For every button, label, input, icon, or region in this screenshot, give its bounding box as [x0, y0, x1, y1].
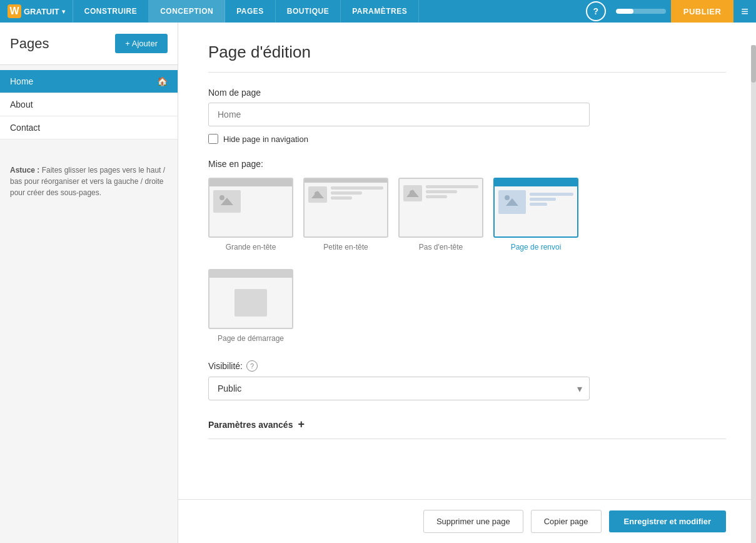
layout-options: Grande en-tête — [208, 178, 726, 251]
layout-card-no-header-img — [403, 185, 422, 201]
top-nav: W GRATUIT ▾ CONSTRUIRE CONCEPTION PAGES … — [0, 0, 756, 23]
page-item-home-label: Home — [10, 76, 33, 86]
layout-card-redirect — [493, 178, 578, 238]
layout-card-redirect-body — [495, 186, 577, 218]
line2 — [331, 191, 362, 195]
layout-card-redirect-header — [495, 179, 577, 186]
layout-card-grande-header — [209, 179, 292, 186]
layout-card-starter-rect — [234, 289, 267, 317]
line1 — [331, 186, 383, 190]
hide-nav-checkbox[interactable] — [208, 134, 218, 144]
layout-label-no-header: Pas d'en-tête — [419, 243, 463, 251]
delete-page-button[interactable]: Supprimer une page — [423, 510, 523, 533]
layout-card-grande — [208, 178, 293, 238]
logo-label: GRATUIT — [24, 7, 59, 16]
layout-card-redirect-lines — [530, 190, 573, 208]
layout-label-starter: Page de démarrage — [218, 334, 284, 343]
nav-item-boutique[interactable]: BOUTIQUE — [276, 0, 341, 23]
visibility-help-button[interactable]: ? — [246, 360, 258, 372]
layout-card-redirect-img — [498, 190, 526, 214]
copy-page-button[interactable]: Copier page — [531, 510, 602, 533]
layout-card-no-header — [398, 178, 483, 238]
nav-item-parametres[interactable]: PARAMÈTRES — [341, 0, 419, 23]
line1 — [426, 185, 478, 188]
layout-card-petite-lines — [331, 186, 383, 201]
layout-card-no-header-body — [400, 179, 482, 205]
line3 — [426, 195, 447, 198]
progress-bar-track — [616, 9, 666, 14]
save-button[interactable]: Enregistrer et modifier — [609, 510, 726, 532]
line2 — [426, 190, 457, 193]
page-item-about[interactable]: About — [0, 93, 178, 116]
logo-chevron: ▾ — [62, 8, 65, 15]
line1 — [530, 193, 573, 196]
advanced-params-label: Paramètres avancés — [208, 420, 293, 430]
layout-option-grande[interactable]: Grande en-tête — [208, 178, 293, 251]
line2 — [530, 198, 556, 201]
page-item-contact-label: Contact — [10, 123, 40, 133]
main-layout: Pages + Ajouter Home 🏠 About Contact Ast… — [0, 23, 756, 543]
tip-label: Astuce : — [10, 166, 39, 175]
page-item-home[interactable]: Home 🏠 — [0, 70, 178, 93]
visibility-section: Visibilité: ? Public Privé Protégé par m… — [208, 360, 726, 400]
nom-field-label: Nom de page — [208, 88, 726, 98]
hide-nav-label: Hide page in navigation — [223, 134, 308, 144]
content-area: Page d'édition Nom de page Hide page in … — [178, 23, 756, 499]
bottom-bar: Supprimer une page Copier page Enregistr… — [178, 499, 756, 543]
page-name-input[interactable] — [208, 103, 590, 126]
add-page-button[interactable]: + Ajouter — [115, 34, 168, 53]
hide-nav-row: Hide page in navigation — [208, 134, 726, 144]
layout-label-redirect: Page de renvoi — [511, 243, 562, 251]
home-icon: 🏠 — [157, 76, 168, 86]
content-inner: Page d'édition Nom de page Hide page in … — [178, 23, 756, 499]
advanced-params-toggle[interactable]: Paramètres avancés + — [208, 418, 726, 431]
page-item-contact[interactable]: Contact — [0, 116, 178, 140]
visibility-select[interactable]: Public Privé Protégé par mot de passe — [208, 377, 590, 400]
visibility-label-row: Visibilité: ? — [208, 360, 726, 372]
layout-option-redirect[interactable]: Page de renvoi — [493, 178, 578, 251]
layout-card-starter — [208, 269, 293, 329]
layout-option-petite[interactable]: Petite en-tête — [303, 178, 388, 251]
layout-option-starter[interactable]: Page de démarrage — [208, 269, 293, 343]
page-item-about-label: About — [10, 99, 33, 109]
layout-card-petite-img — [308, 186, 327, 203]
mise-en-page-label: Mise en page: — [208, 159, 726, 169]
sidebar-header: Pages + Ajouter — [0, 23, 178, 65]
hamburger-button[interactable]: ≡ — [733, 0, 756, 23]
layout-card-starter-body — [209, 278, 292, 328]
layout-card-grande-body — [209, 186, 292, 216]
title-divider — [208, 72, 726, 73]
page-title-heading: Page d'édition — [208, 43, 726, 62]
advanced-section: Paramètres avancés + — [208, 418, 726, 459]
layout-label-petite: Petite en-tête — [323, 243, 368, 251]
layout-card-starter-header — [209, 270, 292, 278]
nav-item-pages[interactable]: PAGES — [225, 0, 276, 23]
advanced-divider — [208, 439, 726, 439]
nav-item-conception[interactable]: CONCEPTION — [149, 0, 225, 23]
layout-option-no-header[interactable]: Pas d'en-tête — [398, 178, 483, 251]
scrollbar-track — [751, 45, 756, 543]
logo[interactable]: W GRATUIT ▾ — [0, 0, 73, 23]
layout-options-row2: Page de démarrage — [208, 269, 726, 343]
advanced-plus-icon: + — [298, 418, 305, 431]
layout-card-grande-img — [213, 190, 241, 213]
layout-label-grande: Grande en-tête — [226, 243, 276, 251]
layout-card-no-header-lines — [426, 185, 478, 200]
progress-bar-fill — [616, 9, 633, 14]
help-button[interactable]: ? — [586, 1, 606, 21]
sidebar-title: Pages — [10, 36, 49, 52]
layout-card-petite — [303, 178, 388, 238]
line3 — [331, 196, 352, 200]
sidebar: Pages + Ajouter Home 🏠 About Contact Ast… — [0, 23, 178, 543]
visibility-label: Visibilité: — [208, 361, 243, 371]
w-icon: W — [8, 4, 21, 18]
publish-button[interactable]: PUBLIER — [671, 0, 734, 23]
page-list: Home 🏠 About Contact — [0, 65, 178, 145]
layout-card-petite-body — [305, 183, 387, 206]
scrollbar-thumb[interactable] — [751, 45, 756, 83]
line3 — [530, 203, 547, 206]
tip-box: Astuce : Faites glisser les pages vers l… — [0, 155, 178, 208]
visibility-select-wrapper: Public Privé Protégé par mot de passe ▾ — [208, 377, 590, 400]
nav-item-construire[interactable]: CONSTRUIRE — [73, 0, 149, 23]
